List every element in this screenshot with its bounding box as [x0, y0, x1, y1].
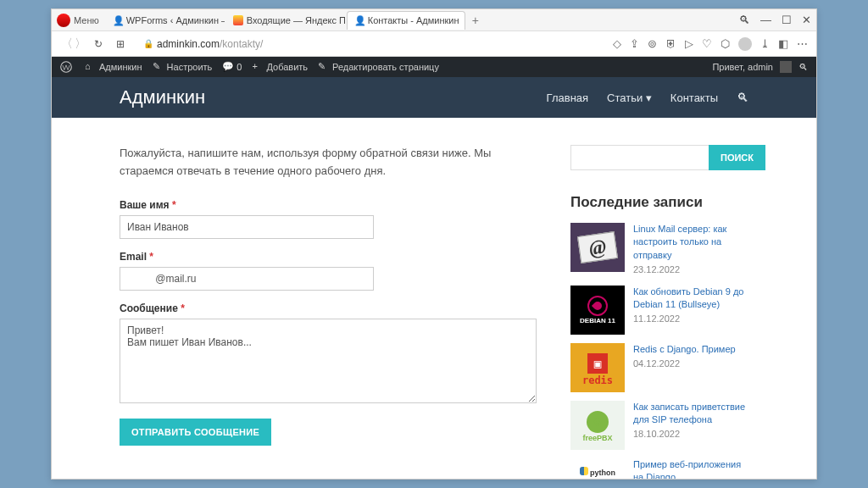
- post-thumb[interactable]: ☻freePBX: [570, 401, 625, 450]
- wp-logo[interactable]: [60, 61, 75, 73]
- post-thumb[interactable]: DEBIAN 11: [570, 286, 625, 335]
- tool-icon[interactable]: ◇: [613, 37, 621, 51]
- wp-edit[interactable]: ✎ Редактировать страницу: [318, 61, 439, 73]
- more-icon[interactable]: ⋯: [797, 37, 808, 51]
- post-item: ▣redis Redis с Django. Пример 04.12.2022: [570, 343, 748, 392]
- tab-label: WPForms ‹ Админкин —: [126, 15, 225, 25]
- site-title[interactable]: Админкин: [120, 86, 205, 108]
- wp-greeting[interactable]: Привет, admin: [712, 62, 773, 72]
- brush-icon: ✎: [153, 61, 164, 73]
- tool-icon[interactable]: ⊚: [648, 37, 657, 51]
- post-date: 11.12.2022: [633, 313, 748, 325]
- url-host: adminkin.com: [157, 38, 220, 50]
- post-thumb[interactable]: ▣redis: [570, 343, 625, 392]
- url-field[interactable]: adminkin.com/kontakty/: [157, 38, 613, 50]
- wp-admin-bar: ⌂ Админкин ✎ Настроить 💬 0 + Добавить ✎ …: [52, 57, 816, 77]
- address-bar: 〈 〉 ↻ ⊞ 🔒 adminkin.com/kontakty/ ◇ ⇪ ⊚ ⛨…: [52, 31, 816, 57]
- site-header: Админкин Главная Статьи ▾ Контакты 🔍︎: [52, 77, 816, 118]
- tool-icon[interactable]: ⇪: [630, 37, 639, 51]
- post-date: 04.12.2022: [633, 358, 736, 370]
- minimize-icon[interactable]: —: [760, 14, 771, 26]
- sidebar: ПОИСК Последние записи @ Linux Mail серв…: [570, 145, 748, 479]
- mail-icon: [233, 15, 243, 25]
- name-group: Ваше имя *: [120, 199, 537, 239]
- email-input[interactable]: [120, 267, 374, 291]
- email-label: Email *: [120, 251, 537, 263]
- sidebar-icon[interactable]: ◧: [778, 37, 788, 51]
- post-item: python&django Пример веб-приложения на D…: [570, 458, 748, 479]
- post-item: ☻freePBX Как записать приветствие для SI…: [570, 401, 748, 450]
- search-widget: ПОИСК: [570, 145, 748, 170]
- chevron-down-icon: ▾: [646, 92, 652, 104]
- name-label: Ваше имя *: [120, 199, 537, 211]
- search-button[interactable]: ПОИСК: [709, 145, 765, 170]
- tab-wpforms[interactable]: 👤 WPForms ‹ Админкин — ×: [106, 11, 225, 30]
- reload-button[interactable]: ↻: [92, 38, 105, 50]
- submit-button[interactable]: ОТПРАВИТЬ СООБЩЕНИЕ: [120, 419, 271, 446]
- wp-avatar[interactable]: [780, 61, 792, 73]
- tab-yandex[interactable]: Входящие — Яндекс Поч: [226, 11, 345, 30]
- search-input[interactable]: [570, 145, 709, 170]
- wp-customize[interactable]: ✎ Настроить: [153, 61, 213, 73]
- nav-contacts[interactable]: Контакты: [670, 92, 718, 104]
- message-label: Сообщение *: [120, 302, 537, 314]
- wp-customize-label: Настроить: [167, 62, 213, 72]
- page-content: Пожалуйста, напишите нам, используя форм…: [52, 118, 816, 479]
- new-tab-button[interactable]: +: [472, 14, 479, 27]
- search-icon[interactable]: 🔍︎: [737, 91, 748, 104]
- close-window-icon[interactable]: ✕: [802, 14, 811, 26]
- post-link[interactable]: Redis с Django. Пример: [633, 343, 736, 356]
- tool-icon[interactable]: ♡: [702, 37, 712, 51]
- post-thumb[interactable]: python&django: [570, 458, 625, 479]
- post-item: DEBIAN 11 Как обновить Debian 9 до Debia…: [570, 286, 748, 335]
- wp-site-link[interactable]: ⌂ Админкин: [85, 61, 142, 73]
- post-thumb[interactable]: @: [570, 223, 625, 272]
- nav-home[interactable]: Главная: [547, 92, 588, 104]
- email-group: Email *: [120, 251, 537, 291]
- maximize-icon[interactable]: ☐: [782, 14, 792, 26]
- post-link[interactable]: Как записать приветствие для SIP телефон…: [633, 401, 748, 427]
- pencil-icon: ✎: [318, 61, 330, 73]
- close-icon[interactable]: ×: [465, 15, 465, 25]
- post-link[interactable]: Linux Mail сервер: как настроить только …: [633, 223, 748, 262]
- forward-button[interactable]: 〉: [74, 36, 87, 52]
- main-column: Пожалуйста, напишите нам, используя форм…: [120, 145, 537, 479]
- post-link[interactable]: Пример веб-приложения на Django: [633, 458, 748, 479]
- intro-text: Пожалуйста, напишите нам, используя форм…: [120, 145, 537, 180]
- opera-icon[interactable]: [57, 14, 70, 27]
- menu-button[interactable]: Меню: [74, 15, 99, 25]
- message-textarea[interactable]: [120, 319, 537, 403]
- wp-comments[interactable]: 💬 0: [222, 61, 242, 73]
- tool-icon[interactable]: ⬡: [721, 37, 730, 51]
- post-link[interactable]: Как обновить Debian 9 до Debian 11 (Bull…: [633, 286, 748, 312]
- user-icon: 👤: [113, 15, 123, 25]
- plus-icon: +: [252, 61, 264, 73]
- tab-bar: Меню 👤 WPForms ‹ Админкин — × Входящие —…: [52, 9, 816, 31]
- user-icon: 👤: [354, 15, 364, 25]
- nav-articles[interactable]: Статьи ▾: [607, 92, 652, 104]
- tab-label: Входящие — Яндекс Поч: [247, 15, 345, 25]
- back-button[interactable]: 〈: [60, 36, 74, 52]
- tab-label: Контакты - Админкин: [368, 15, 459, 25]
- search-icon[interactable]: 🔍︎: [798, 62, 808, 72]
- post-date: 23.12.2022: [633, 263, 748, 276]
- tool-icon[interactable]: ▷: [685, 37, 693, 51]
- tool-icon[interactable]: ⛨: [665, 37, 676, 51]
- site-nav: Главная Статьи ▾ Контакты 🔍︎: [547, 91, 748, 104]
- wp-edit-label: Редактировать страницу: [332, 62, 439, 72]
- message-group: Сообщение *: [120, 302, 537, 407]
- wp-add-label: Добавить: [266, 62, 308, 72]
- avatar-icon[interactable]: [738, 37, 752, 51]
- apps-icon[interactable]: ⊞: [114, 38, 127, 50]
- home-icon: ⌂: [85, 61, 97, 73]
- download-icon[interactable]: ⤓: [760, 37, 770, 51]
- comment-icon: 💬: [222, 61, 234, 73]
- recent-posts-title: Последние записи: [570, 194, 748, 211]
- search-icon[interactable]: 🔍︎: [739, 14, 750, 26]
- post-item: @ Linux Mail сервер: как настроить тольк…: [570, 223, 748, 277]
- name-input[interactable]: [120, 215, 374, 239]
- wp-comments-count: 0: [236, 62, 242, 72]
- wp-add[interactable]: + Добавить: [252, 61, 308, 73]
- lock-icon[interactable]: 🔒: [143, 39, 153, 48]
- tab-contacts[interactable]: 👤 Контакты - Админкин ×: [347, 11, 465, 30]
